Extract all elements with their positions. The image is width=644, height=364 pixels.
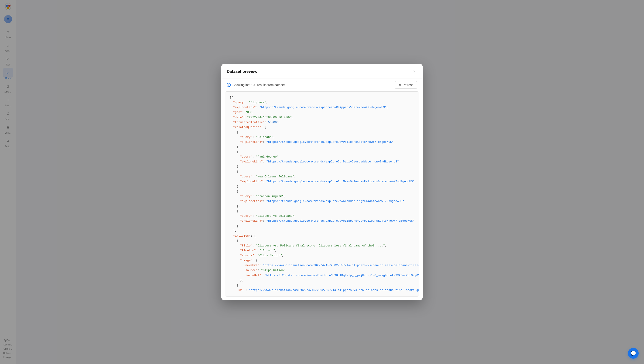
info-icon: i	[227, 83, 231, 87]
json-content: [{ "query": "Clippers", "exploreLink": "…	[225, 92, 419, 296]
json-container[interactable]: [{ "query": "Clippers", "exploreLink": "…	[225, 92, 419, 296]
refresh-icon: ↻	[398, 83, 401, 87]
modal-title: Dataset preview	[227, 69, 257, 74]
refresh-button-label: Refresh	[402, 83, 413, 87]
modal-header: Dataset preview ×	[221, 64, 423, 78]
modal-overlay: Dataset preview × i Showing last 100 res…	[0, 0, 644, 364]
info-message: i Showing last 100 results from dataset.	[227, 83, 286, 87]
refresh-button[interactable]: ↻ Refresh	[395, 81, 417, 89]
modal-toolbar: i Showing last 100 results from dataset.…	[221, 78, 423, 92]
close-button[interactable]: ×	[411, 68, 417, 75]
chat-fab-button[interactable]: 💬	[628, 348, 639, 359]
chat-icon: 💬	[630, 350, 636, 356]
dataset-preview-modal: Dataset preview × i Showing last 100 res…	[221, 64, 423, 300]
info-text-label: Showing last 100 results from dataset.	[233, 83, 286, 87]
